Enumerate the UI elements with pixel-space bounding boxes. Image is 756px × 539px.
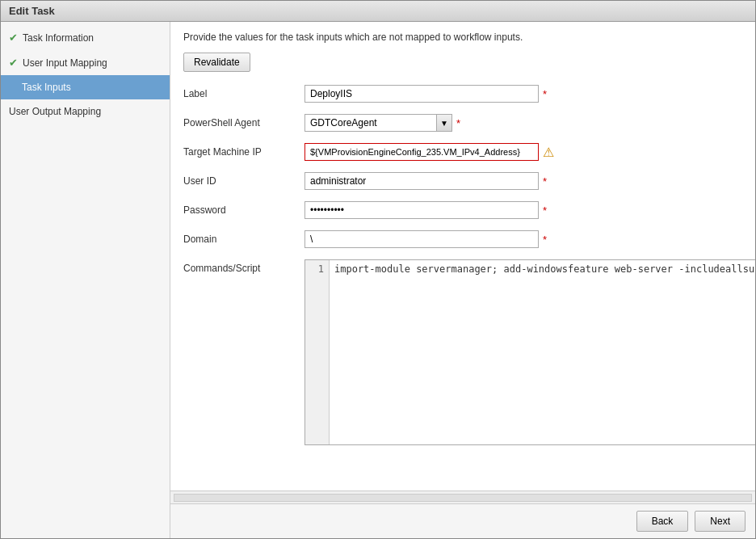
commands-script-row: Commands/Script 1 import-module serverma…: [183, 259, 742, 445]
sidebar-item-label-task-information: Task Information: [23, 32, 94, 44]
password-field-wrapper: *: [304, 201, 742, 219]
line-numbers: 1: [305, 260, 330, 444]
edit-task-window: Edit Task ✔ Task Information ✔ User Inpu…: [0, 0, 756, 539]
target-machine-input[interactable]: [304, 143, 539, 161]
user-id-required-star: *: [543, 175, 547, 187]
target-machine-label: Target Machine IP: [183, 146, 304, 158]
sidebar-item-label-user-output-mapping: User Output Mapping: [9, 106, 101, 117]
powershell-agent-row: PowerShell Agent ▼ *: [183, 114, 742, 132]
domain-input[interactable]: [304, 230, 539, 248]
main-content: Provide the values for the task inputs w…: [170, 22, 755, 491]
label-input[interactable]: [304, 85, 539, 103]
commands-script-field-wrapper: 1 import-module servermanager; add-windo…: [304, 259, 755, 445]
sidebar-item-label-task-inputs: Task Inputs: [22, 82, 71, 93]
sidebar-item-task-information[interactable]: ✔ Task Information: [1, 25, 170, 50]
label-field-wrapper: *: [304, 85, 742, 103]
main-panel: Provide the values for the task inputs w…: [170, 22, 755, 538]
password-input[interactable]: [304, 201, 539, 219]
warning-icon-target-machine: ⚠: [543, 145, 554, 160]
domain-label: Domain: [183, 234, 304, 245]
password-label: Password: [183, 204, 304, 216]
user-id-row: User ID *: [183, 172, 742, 190]
title-bar: Edit Task: [1, 1, 755, 22]
check-icon-task-information: ✔: [9, 32, 18, 44]
powershell-agent-dropdown-btn[interactable]: ▼: [436, 115, 452, 131]
sidebar-item-user-input-mapping[interactable]: ✔ User Input Mapping: [1, 50, 170, 75]
script-area[interactable]: 1 import-module servermanager; add-windo…: [304, 259, 755, 445]
domain-required-star: *: [543, 234, 547, 246]
powershell-agent-field-wrapper: ▼ *: [304, 114, 742, 132]
password-required-star: *: [543, 204, 547, 217]
sidebar-item-task-inputs[interactable]: Task Inputs: [1, 75, 170, 99]
footer-bar: Back Next: [170, 503, 755, 538]
script-content[interactable]: import-module servermanager; add-windows…: [330, 260, 755, 444]
target-machine-field-wrapper: ⚠: [304, 143, 742, 161]
sidebar-item-label-user-input-mapping: User Input Mapping: [23, 57, 107, 69]
window-title: Edit Task: [9, 5, 55, 17]
label-required-star: *: [543, 88, 547, 100]
sidebar: ✔ Task Information ✔ User Input Mapping …: [1, 22, 170, 538]
revalidate-button[interactable]: Revalidate: [183, 53, 250, 72]
commands-script-label: Commands/Script: [183, 259, 304, 274]
password-row: Password *: [183, 201, 742, 219]
sidebar-item-user-output-mapping[interactable]: User Output Mapping: [1, 99, 170, 124]
next-button[interactable]: Next: [695, 511, 746, 532]
powershell-agent-input[interactable]: [305, 115, 436, 131]
check-icon-user-input-mapping: ✔: [9, 57, 18, 69]
user-id-input[interactable]: [304, 172, 539, 190]
scrollbar-track[interactable]: [174, 494, 752, 502]
domain-row: Domain *: [183, 230, 742, 248]
powershell-agent-label: PowerShell Agent: [183, 117, 304, 128]
user-id-label: User ID: [183, 175, 304, 187]
bottom-scrollbar[interactable]: [170, 491, 755, 503]
description-text: Provide the values for the task inputs w…: [183, 32, 742, 43]
domain-field-wrapper: *: [304, 230, 742, 248]
powershell-agent-dropdown[interactable]: ▼: [304, 114, 452, 132]
back-button[interactable]: Back: [636, 511, 689, 532]
label-field-label: Label: [183, 88, 304, 99]
user-id-field-wrapper: *: [304, 172, 742, 190]
powershell-agent-required-star: *: [456, 117, 460, 129]
target-machine-row: Target Machine IP ⚠: [183, 143, 742, 161]
label-row: Label *: [183, 85, 742, 103]
